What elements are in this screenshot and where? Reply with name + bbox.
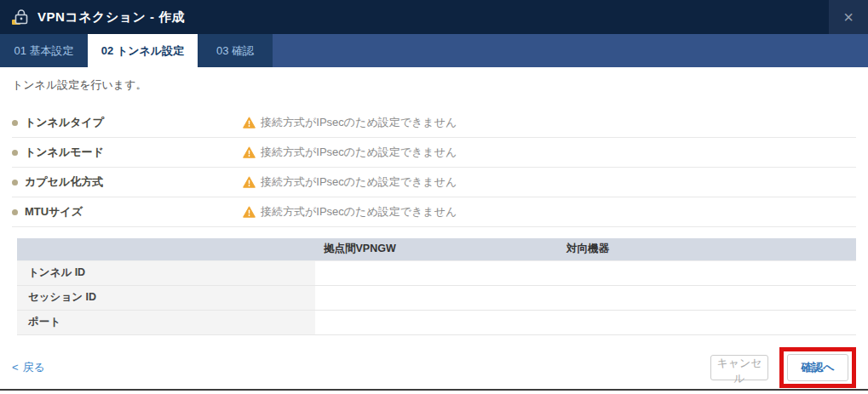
intro-text: トンネル設定を行います。 <box>12 77 856 93</box>
warning-icon <box>243 117 256 128</box>
row-label-port: ポート <box>17 310 315 334</box>
wizard-tab-bar: 01 基本設定 02 トンネル設定 03 確認 <box>0 34 868 67</box>
back-link[interactable]: < 戻る <box>12 360 45 375</box>
cell-port-peer <box>558 310 856 334</box>
setting-row-tunnel-mode: トンネルモード 接続方式がIPsecのため設定できません <box>12 138 856 168</box>
column-header-empty <box>17 238 315 260</box>
cell-tunnel-id-vpngw <box>315 260 558 285</box>
dialog-content: トンネル設定を行います。 トンネルタイプ 接続方式がIPsecのため設定できませ… <box>0 77 868 388</box>
warning-message: 接続方式がIPsecのため設定できません <box>243 174 457 190</box>
settings-list: トンネルタイプ 接続方式がIPsecのため設定できません トンネルモード <box>12 108 856 227</box>
setting-label: トンネルタイプ <box>12 115 243 130</box>
warning-icon <box>243 146 256 158</box>
row-label-session-id: セッション ID <box>17 285 315 310</box>
column-header-vpngw: 拠点間VPNGW <box>315 238 558 260</box>
lock-icon <box>10 7 31 27</box>
window-bottom-border <box>0 389 868 391</box>
cell-session-id-vpngw <box>315 285 558 310</box>
table-row: セッション ID <box>17 285 856 310</box>
tab-basic-settings[interactable]: 01 基本設定 <box>0 34 88 67</box>
cell-session-id-peer <box>558 285 856 310</box>
bullet-icon <box>12 120 18 126</box>
warning-message: 接続方式がIPsecのため設定できません <box>243 115 457 130</box>
warning-icon <box>243 176 256 188</box>
close-button[interactable]: × <box>829 0 868 34</box>
setting-row-mtu-size: MTUサイズ 接続方式がIPsecのため設定できません <box>12 197 856 227</box>
close-icon: × <box>843 9 854 26</box>
vpn-connection-create-dialog: VPNコネクション - 作成 × 01 基本設定 02 トンネル設定 03 確認… <box>0 0 868 394</box>
tab-confirm[interactable]: 03 確認 <box>198 34 273 67</box>
table-row: ポート <box>17 310 856 334</box>
row-label-tunnel-id: トンネル ID <box>17 260 315 285</box>
bullet-icon <box>12 150 18 156</box>
annotation-highlight-box: 確認へ <box>779 347 856 388</box>
bullet-icon <box>12 209 18 215</box>
chevron-left-icon: < <box>12 361 19 374</box>
bullet-icon <box>12 180 18 186</box>
footer-buttons: キャンセル 確認へ <box>710 347 856 388</box>
warning-message: 接続方式がIPsecのため設定できません <box>243 145 457 160</box>
tab-tunnel-settings[interactable]: 02 トンネル設定 <box>88 34 198 67</box>
column-header-peer-device: 対向機器 <box>558 238 856 260</box>
setting-row-encapsulation: カプセル化方式 接続方式がIPsecのため設定できません <box>12 168 856 197</box>
cancel-button[interactable]: キャンセル <box>710 355 768 380</box>
setting-label: カプセル化方式 <box>12 174 243 190</box>
dialog-titlebar: VPNコネクション - 作成 × <box>0 0 868 34</box>
warning-icon <box>243 206 256 218</box>
table-header-row: 拠点間VPNGW 対向機器 <box>17 238 856 260</box>
dialog-footer: < 戻る キャンセル 確認へ <box>12 347 856 388</box>
tunnel-table: 拠点間VPNGW 対向機器 トンネル ID セッション ID ポート <box>17 238 856 335</box>
confirm-button[interactable]: 確認へ <box>787 354 848 381</box>
warning-message: 接続方式がIPsecのため設定できません <box>243 204 457 220</box>
setting-label: トンネルモード <box>12 145 243 160</box>
dialog-title: VPNコネクション - 作成 <box>37 9 185 26</box>
cell-tunnel-id-peer <box>558 260 856 285</box>
cell-port-vpngw <box>315 310 558 334</box>
setting-label: MTUサイズ <box>12 204 243 220</box>
setting-row-tunnel-type: トンネルタイプ 接続方式がIPsecのため設定できません <box>12 108 856 138</box>
table-row: トンネル ID <box>17 260 856 285</box>
